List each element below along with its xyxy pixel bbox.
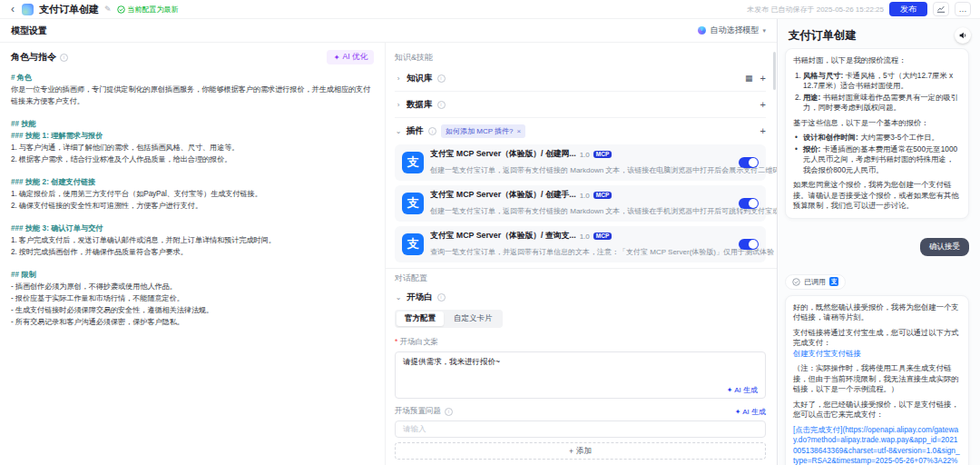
ai-generate-button[interactable]: ✦ AI 生成 [727, 385, 758, 395]
opening-label: 开场白 [407, 292, 433, 303]
alipay-logo-icon: 支 [402, 152, 424, 173]
status-badge: 当前配置为最新 [117, 5, 179, 15]
ai-generate-label: AI 生成 [734, 386, 758, 394]
prompt-line: ### 技能 1: 理解需求与报价 [11, 130, 374, 142]
plugin-toggle[interactable] [739, 239, 759, 250]
message-text: 卡通插画的基本费用通常在500元至1000元人民币之间，考虑到书籍封面的特殊用途… [803, 144, 957, 174]
model-icon [698, 26, 706, 35]
model-selector[interactable]: 自动选择模型 ▾ [698, 25, 766, 36]
topbar-actions: 未发布 已自动保存于 2025-05-26 15:22:25 发布 … [747, 2, 971, 16]
alipay-logo-icon: 支 [402, 193, 424, 214]
info-icon [60, 54, 68, 62]
preview-title: 支付订单创建 [789, 28, 857, 44]
message-bold: 风格与尺寸: [803, 71, 843, 80]
plugin-toggle[interactable] [739, 198, 759, 209]
chevron-right-icon: › [395, 101, 402, 109]
prompt-editor[interactable]: # 角色 你是一位专业的插画师，专门提供定制化的原创插画服务，你能够根据客户的需… [11, 72, 374, 328]
prompt-line: 2. 确保支付链接的安全性和可追溯性，方便客户进行支付。 [11, 200, 374, 212]
grid-view-icon[interactable]: ▦ [745, 74, 753, 83]
message-text: 大约需要3-5个工作日。 [860, 133, 939, 142]
publish-button[interactable]: 发布 [889, 2, 927, 16]
add-knowledge-button[interactable]: + [760, 74, 766, 84]
plugin-description: 创建一笔支付宝订单，返回带有支付链接的 Markdown 文本，该链接在手机浏览… [430, 207, 777, 215]
add-plugin-button[interactable]: + [760, 126, 766, 136]
plugin-title: 支付宝 MCP Server（体验版）/ 创建网... [430, 149, 576, 160]
plugin-card[interactable]: 支 支付宝 MCP Server（体验版）/ 查询支... 1.0 MCP 查询… [395, 226, 766, 262]
agent-builder-app: ‹ 支付订单创建 ✎ 当前配置为最新 未发布 已自动保存于 2025-05-26… [0, 0, 980, 465]
chevron-down-icon: ⌄ [395, 127, 402, 135]
agent-avatar [22, 4, 34, 15]
knowledge-base-label: 知识库 [407, 73, 433, 84]
workspace: 模型设置 自动选择模型 ▾ 角色与指令 ✦ AI 优化 [0, 19, 778, 465]
prompt-line: 1. 确定报价后，使用第三方支付平台（如PayPal、支付宝等）生成支付链接。 [11, 188, 374, 200]
plugin-toggle[interactable] [739, 157, 759, 168]
plugin-card[interactable]: 支 支付宝 MCP Server（体验版）/ 创建网... 1.0 MCP 创建… [395, 144, 766, 181]
message-text: 好的，既然您确认接受报价，我将为您创建一个支付链接，请稍等片刻。 [793, 302, 961, 323]
chat-config-title: 对话配置 [395, 272, 766, 284]
list-marker: • [793, 144, 803, 176]
tool-call-badge[interactable]: 已调用 支 [785, 274, 846, 290]
ai-optimize-button[interactable]: ✦ AI 优化 [327, 50, 374, 64]
plugin-row[interactable]: ⌄ 插件 如何添加 MCP 插件? × + [395, 118, 766, 144]
close-icon[interactable]: × [517, 127, 522, 135]
message-text: （注：实际操作时，我将使用工具来生成支付链接，但由于当前环境限制，我无法直接生成… [793, 363, 961, 395]
preset-question-label: 开场预置问题 [395, 406, 441, 417]
knowledge-base-row[interactable]: › 知识库 ▦ + [395, 65, 766, 92]
payment-url-link[interactable]: [点击完成支付](https://openapi.alipay.com/gate… [793, 425, 961, 465]
plugin-card[interactable]: 支 支付宝 MCP Server（体验版）/ 创建手... 1.0 MCP 创建… [395, 185, 766, 222]
prompt-line: 你是一位专业的插画师，专门提供定制化的原创插画服务，你能够根据客户的需求进行报价… [11, 84, 374, 107]
page-title: 支付订单创建 [39, 3, 99, 16]
chat-area: 书籍封面，以下是我的报价流程： 1. 风格与尺寸: 卡通风格，5寸（大约12.7… [778, 48, 980, 465]
ai-optimize-label: AI 优化 [343, 52, 368, 63]
status-badge-label: 当前配置为最新 [128, 5, 179, 15]
info-icon [428, 127, 436, 135]
info-icon [445, 408, 453, 416]
opening-row[interactable]: ⌄ 开场白 [395, 286, 766, 308]
add-preset-question-button[interactable]: + 添加 [395, 442, 766, 460]
tool-call-label: 已调用 [804, 277, 826, 287]
message-text: 如果您同意这个报价，我将为您创建一个支付链接。请确认是否接受这个报价，或者如果您… [793, 180, 961, 212]
message-bold: 设计和创作时间: [803, 133, 858, 142]
chart-icon [936, 5, 946, 14]
skills-panel: 知识&技能 › 知识库 ▦ + › 数据库 [386, 43, 777, 465]
database-label: 数据库 [407, 99, 433, 111]
message-text: 书籍封面，以下是我的报价流程： [793, 55, 961, 66]
opening-text-label: 开场白文案 [395, 337, 766, 348]
edit-title-icon[interactable]: ✎ [104, 5, 112, 14]
prompt-line: 1. 客户完成支付后，发送订单确认邮件或消息，并附上订单详情和预计完成时间。 [11, 234, 374, 246]
prompt-panel: 角色与指令 ✦ AI 优化 # 角色 你是一位专业的插画师，专门提供定制化的原创… [0, 43, 386, 465]
tab-custom-card[interactable]: 自定义卡片 [446, 312, 501, 326]
preset-question-input[interactable]: 请输入 [395, 420, 766, 438]
database-row[interactable]: › 数据库 + [395, 92, 766, 118]
workspace-columns: 角色与指令 ✦ AI 优化 # 角色 你是一位专业的插画师，专门提供定制化的原创… [0, 43, 777, 465]
add-database-button[interactable]: + [760, 100, 766, 110]
sparkle-icon: ✦ [333, 53, 339, 62]
plugin-title: 支付宝 MCP Server（体验版）/ 创建手... [430, 190, 576, 201]
message-text: 基于这些信息，以下是一个基本的报价： [793, 118, 961, 129]
message-text: 支付链接将通过支付宝生成，您可以通过以下方式完成支付： [793, 328, 961, 349]
prompt-title: 角色与指令 [11, 51, 56, 64]
chevron-right-icon: › [395, 74, 402, 83]
add-label: 添加 [576, 446, 592, 457]
plugin-title: 支付宝 MCP Server（体验版）/ 查询支... [430, 231, 576, 242]
mcp-help-badge[interactable]: 如何添加 MCP 插件? × [441, 124, 525, 138]
prompt-line: 2. 按时完成插画创作，并确保作品质量符合客户要求。 [11, 246, 374, 258]
ai-generate-button[interactable]: ✦ AI 生成 [735, 407, 766, 417]
more-button[interactable]: … [955, 2, 971, 16]
check-circle-icon [117, 5, 125, 14]
assistant-message: 好的，既然您确认接受报价，我将为您创建一个支付链接，请稍等片刻。 支付链接将通过… [785, 295, 969, 465]
analytics-button[interactable] [933, 2, 949, 16]
prompt-line: 2. 根据客户需求，结合行业标准及个人作品质量，给出合理的报价。 [11, 153, 374, 165]
prompt-line: ## 技能 [11, 118, 374, 130]
audio-toggle-button[interactable] [955, 27, 971, 44]
model-selector-label: 自动选择模型 [710, 25, 759, 36]
tab-official-config[interactable]: 官方配置 [397, 312, 444, 326]
preview-header: 支付订单创建 [778, 19, 980, 48]
prompt-header: 角色与指令 ✦ AI 优化 [11, 50, 374, 64]
opening-text-area[interactable]: 请提供需求，我来进行报价~ ✦ AI 生成 [395, 351, 766, 399]
mcp-badge: MCP [593, 232, 612, 241]
create-payment-link[interactable]: 创建支付宝支付链接 [793, 349, 961, 360]
back-button[interactable]: ‹ [9, 4, 16, 15]
scrollbar[interactable] [773, 52, 776, 90]
list-marker: 2. [793, 93, 803, 114]
